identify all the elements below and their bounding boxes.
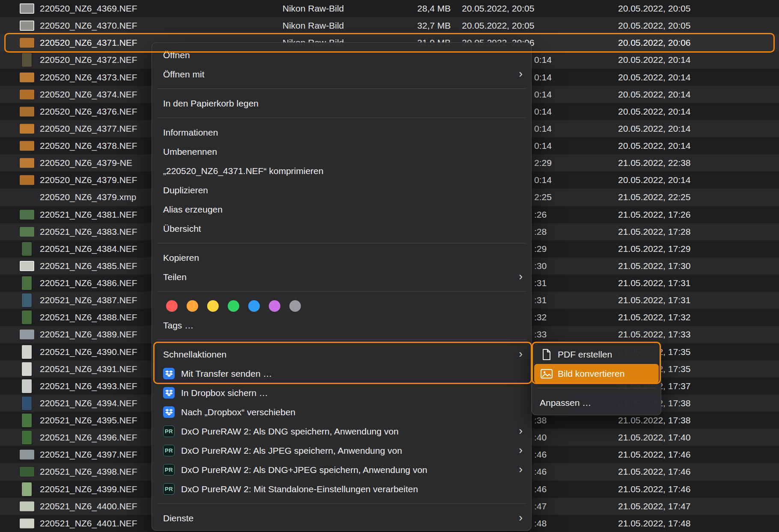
file-thumbnail-icon [22, 276, 32, 290]
menu-item-in-den-papierkorb-legen[interactable]: In den Papierkorb legen [152, 94, 531, 113]
menu-item-nach-dropbox-verschieben[interactable]: Nach „Dropbox“ verschieben [152, 402, 531, 422]
menu-item-übersicht[interactable]: Übersicht [152, 219, 531, 238]
menu-item-220520-nz6-4371-nef-komprimieren[interactable]: „220520_NZ6_4371.NEF“ komprimieren [152, 161, 531, 180]
tag-color-green-icon[interactable] [228, 300, 239, 312]
submenu-item-anpassen[interactable]: Anpassen … [532, 393, 661, 412]
file-name: 220521_NZ6_4385.NEF [40, 257, 137, 275]
file-thumbnail-icon [22, 482, 32, 496]
file-thumbnail-icon [20, 175, 34, 185]
context-menu: ÖffnenÖffnen mit›In den Papierkorb legen… [152, 42, 532, 531]
file-thumbnail-icon [20, 330, 34, 340]
date-modified: 21.05.2022, 17:47 [618, 498, 690, 515]
file-thumbnail-icon [22, 379, 32, 393]
submenu-item-pdf-erstellen[interactable]: PDF erstellen [532, 345, 661, 364]
date-modified: 21.05.2022, 17:31 [618, 292, 690, 309]
menu-separator [537, 388, 656, 388]
menu-item-dxo-pureraw-2-als-dng-jpeg-speichern-anwen[interactable]: PRDxO PureRAW 2: Als DNG+JPEG speichern,… [152, 460, 531, 479]
date-modified: 21.05.2022, 17:46 [618, 481, 690, 498]
file-name: 220521_NZ6_4387.NEF [40, 292, 137, 309]
file-thumbnail-icon [20, 141, 34, 151]
file-row-220520-nz6-4369-nef[interactable]: 220520_NZ6_4369.NEFNikon Raw-Bild28,4 MB… [0, 0, 779, 17]
menu-item-schnellaktionen[interactable]: Schnellaktionen› [152, 345, 531, 364]
menu-item-label: Kopieren [163, 253, 199, 263]
menu-item-label: Duplizieren [163, 185, 208, 195]
menu-item-alias-erzeugen[interactable]: Alias erzeugen [152, 200, 531, 219]
chevron-right-icon: › [519, 65, 523, 83]
file-name: 220520_NZ6_4378.NEF [40, 137, 137, 154]
file-thumbnail-icon [20, 450, 34, 460]
photos-icon [540, 369, 553, 378]
menu-item-dienste[interactable]: Dienste› [152, 508, 531, 528]
menu-item-dxo-pureraw-2-als-jpeg-speichern-anwendung[interactable]: PRDxO PureRAW 2: Als JPEG speichern, Anw… [152, 441, 531, 460]
menu-item-label: In den Papierkorb legen [163, 98, 259, 109]
menu-item-informationen[interactable]: Informationen [152, 123, 531, 142]
menu-item-label: DxO PureRAW 2: Als DNG+JPEG speichern, A… [181, 465, 427, 475]
tag-color-orange-icon[interactable] [187, 300, 198, 312]
menu-item-label: Mit Transfer senden … [181, 369, 272, 379]
file-thumbnail-icon [20, 467, 34, 477]
menu-separator [157, 291, 526, 292]
date-added-fragment: :26 [534, 206, 547, 223]
date-modified: 21.05.2022, 17:33 [618, 326, 690, 343]
file-name: 220520_NZ6_4377.NEF [40, 120, 137, 137]
submenu-item-bild-konvertieren[interactable]: Bild konvertieren [534, 364, 659, 383]
date-added-fragment: :30 [534, 257, 547, 275]
file-size: 32,7 MB [368, 17, 451, 34]
menu-item-label: Alias erzeugen [163, 204, 223, 215]
chevron-right-icon: › [519, 267, 523, 286]
menu-item-label: Dienste [163, 513, 193, 523]
tag-color-gray-icon[interactable] [289, 300, 301, 312]
file-thumbnail-icon [20, 72, 34, 82]
pr-icon: PR [163, 445, 175, 456]
menu-item-label: Teilen [163, 272, 187, 282]
file-thumbnail-icon [22, 345, 32, 359]
file-row-220520-nz6-4370-nef[interactable]: 220520_NZ6_4370.NEFNikon Raw-Bild32,7 MB… [0, 17, 779, 34]
menu-item-öffnen-mit[interactable]: Öffnen mit› [152, 65, 531, 84]
date-added-fragment: 0:14 [534, 171, 552, 189]
date-added-fragment: 0:14 [534, 137, 552, 154]
menu-item-in-dropbox-sichern[interactable]: In Dropbox sichern … [152, 383, 531, 402]
date-added-fragment: :48 [534, 515, 547, 532]
file-name: 220520_NZ6_4372.NEF [40, 51, 137, 68]
tag-color-purple-icon[interactable] [269, 300, 280, 312]
file-size: 28,4 MB [368, 0, 451, 17]
tag-color-red-icon[interactable] [166, 300, 178, 312]
menu-item-kopieren[interactable]: Kopieren [152, 248, 531, 267]
file-thumbnail-icon [22, 310, 32, 324]
date-modified: 21.05.2022, 17:29 [618, 240, 690, 257]
file-name: 220521_NZ6_4394.NEF [40, 395, 137, 412]
quick-actions-submenu: PDF erstellenBild konvertierenAnpassen … [532, 342, 661, 415]
date-modified: 21.05.2022, 17:30 [618, 257, 690, 275]
file-thumbnail-icon [20, 124, 34, 133]
menu-item-tags[interactable]: Tags … [152, 316, 531, 335]
menu-item-öffnen[interactable]: Öffnen [152, 45, 531, 65]
file-name: 220521_NZ6_4400.NEF [40, 498, 137, 515]
file-name: 220521_NZ6_4390.NEF [40, 343, 137, 361]
menu-item-label: DxO PureRAW 2: Mit Standalone-Einstellun… [181, 484, 418, 494]
date-added-fragment: 2:25 [534, 189, 552, 206]
menu-item-dxo-pureraw-2-als-dng-speichern-anwendung-[interactable]: PRDxO PureRAW 2: Als DNG speichern, Anwe… [152, 422, 531, 441]
date-modified: 21.05.2022, 17:46 [618, 463, 690, 480]
date-added-fragment: :40 [534, 429, 547, 446]
file-thumbnail-icon [20, 106, 34, 116]
file-name: 220520_NZ6_4376.NEF [40, 103, 137, 120]
file-name: 220521_NZ6_4398.NEF [40, 463, 137, 480]
file-name: 220520_NZ6_4369.NEF [40, 0, 137, 17]
file-thumbnail-icon [20, 89, 34, 99]
file-thumbnail-icon [20, 518, 34, 528]
tag-color-yellow-icon[interactable] [207, 300, 219, 312]
date-added-fragment: :33 [534, 326, 547, 343]
menu-item-umbenennen[interactable]: Umbenennen [152, 142, 531, 161]
tag-color-blue-icon[interactable] [248, 300, 260, 312]
menu-item-duplizieren[interactable]: Duplizieren [152, 180, 531, 200]
file-thumbnail-icon [20, 21, 34, 31]
file-thumbnail-icon [22, 431, 32, 444]
date-modified: 21.05.2022, 17:31 [618, 275, 690, 292]
file-name: 220520_NZ6_4370.NEF [40, 17, 137, 34]
date-modified: 20.05.2022, 20:14 [618, 51, 690, 68]
menu-item-teilen[interactable]: Teilen› [152, 267, 531, 287]
file-name: 220521_NZ6_4399.NEF [40, 481, 137, 498]
file-thumbnail-icon [22, 414, 32, 427]
menu-item-dxo-pureraw-2-mit-standalone-einstellungen[interactable]: PRDxO PureRAW 2: Mit Standalone-Einstell… [152, 479, 531, 499]
menu-item-mit-transfer-senden[interactable]: Mit Transfer senden … [152, 364, 531, 383]
